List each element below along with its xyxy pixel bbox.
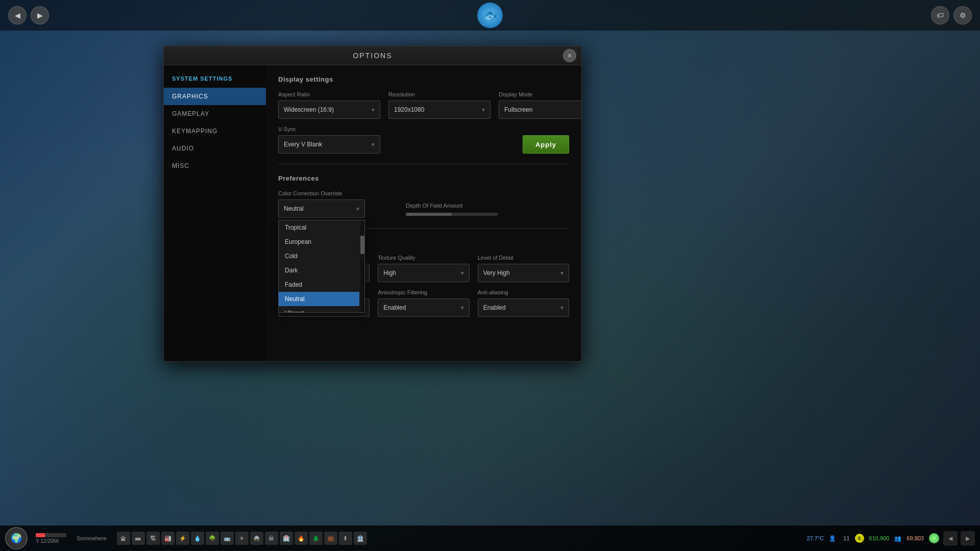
lod-label: Level of Detail xyxy=(478,255,569,261)
top-bar: ◀ ▶ 🐟 🏷 ⚙ xyxy=(0,0,980,31)
option-tropical[interactable]: Tropical xyxy=(279,220,359,235)
color-correction-dropdown[interactable]: Neutral ▼ xyxy=(278,199,365,218)
option-european[interactable]: European xyxy=(279,235,359,249)
aa-value: Enabled xyxy=(483,304,506,311)
progress-fill xyxy=(36,533,45,537)
dialog-title: OPTIONS xyxy=(353,52,392,60)
aa-group: Anti-aliasing Enabled ▼ xyxy=(478,289,569,317)
aspect-ratio-group: Aspect Ratio Widescreen (16:9) ▼ xyxy=(278,91,380,119)
option-dark[interactable]: Dark xyxy=(279,263,359,278)
aspect-ratio-arrow: ▼ xyxy=(371,107,376,113)
aa-dropdown[interactable]: Enabled ▼ xyxy=(478,298,569,317)
road-icon-11[interactable]: 🏛 xyxy=(265,532,278,545)
bottom-bar: 🌍 Y 12/2066 Somewhere 🛣 🏘 🏗 🏭 ⚡ 💧 🌳 🚌 ✈ … xyxy=(0,525,980,551)
options-dialog: OPTIONS × SYSTEM SETTINGS GRAPHICS GAMEP… xyxy=(163,46,582,362)
dof-slider-fill xyxy=(406,213,452,216)
pop-display: 69,803 xyxy=(906,535,924,541)
texture-quality-dropdown[interactable]: High ▼ xyxy=(378,264,469,282)
close-button[interactable]: × xyxy=(563,49,576,62)
tag-icon[interactable]: 🏷 xyxy=(931,6,949,24)
sidebar-item-misc[interactable]: MISC xyxy=(164,157,266,174)
display-mode-dropdown[interactable]: Fullscreen ▼ xyxy=(499,101,581,119)
back-icon[interactable]: ◀ xyxy=(8,6,27,24)
settings-icon[interactable]: ⚙ xyxy=(953,6,972,24)
option-vibrant[interactable]: Vibrant xyxy=(279,306,359,312)
dof-label: Depth Of Field Amount xyxy=(406,203,569,209)
road-icon-2[interactable]: 🏘 xyxy=(132,532,145,545)
road-icon-16[interactable]: ⬆ xyxy=(339,532,352,545)
road-icon-8[interactable]: 🚌 xyxy=(220,532,234,545)
dialog-title-bar: OPTIONS × xyxy=(164,46,581,65)
sidebar: SYSTEM SETTINGS GRAPHICS GAMEPLAY KEYMAP… xyxy=(164,65,266,361)
texture-quality-arrow: ▼ xyxy=(460,270,465,276)
game-logo: 🐟 xyxy=(477,3,503,28)
bottom-nav-right[interactable]: ▶ xyxy=(961,531,975,545)
road-icon-14[interactable]: 🌲 xyxy=(309,532,323,545)
progress-group: Y 12/2066 xyxy=(36,533,66,544)
vsync-group: V-Sync Every V Blank ▼ xyxy=(278,126,380,154)
road-icon-6[interactable]: 💧 xyxy=(191,532,204,545)
road-icon-17[interactable]: 🏦 xyxy=(354,532,367,545)
system-settings-label: SYSTEM SETTINGS xyxy=(164,76,266,88)
road-icon-10[interactable]: 🚔 xyxy=(250,532,263,545)
road-icon-13[interactable]: 🔥 xyxy=(295,532,308,545)
resolution-dropdown[interactable]: 980x551 ▼ xyxy=(388,101,491,119)
citizens-icon: 👤 xyxy=(829,535,836,542)
display-row-1: Aspect Ratio Widescreen (16:9) ▼ Resolut… xyxy=(278,91,569,119)
road-tools: 🛣 🏘 🏗 🏭 ⚡ 💧 🌳 🚌 ✈ 🚔 🏛 🏥 🔥 🌲 💼 ⬆ 🏦 xyxy=(117,532,367,545)
location-text: Somewhere xyxy=(77,535,107,541)
sidebar-item-graphics[interactable]: GRAPHICS xyxy=(164,88,266,105)
scrollbar-track xyxy=(360,220,364,312)
texture-quality-value: High xyxy=(383,269,396,277)
aniso-group: Anisotropic Filtering Enabled ▼ xyxy=(378,289,469,317)
top-bar-left: ◀ ▶ xyxy=(8,6,49,24)
dof-slider[interactable] xyxy=(406,213,498,216)
road-icon-1[interactable]: 🛣 xyxy=(117,532,130,545)
option-cold[interactable]: Cold xyxy=(279,249,359,263)
road-icon-4[interactable]: 🏭 xyxy=(161,532,175,545)
citizens-count: 11 xyxy=(843,535,849,541)
sidebar-item-audio[interactable]: AUDIO xyxy=(164,140,266,157)
color-correction-value: Neutral xyxy=(284,205,304,212)
progress-bar xyxy=(36,533,66,537)
road-icon-7[interactable]: 🌳 xyxy=(206,532,219,545)
lod-group: Level of Detail Very High ▼ xyxy=(478,255,569,282)
money-display: 610,900 xyxy=(869,535,890,541)
apply-container: Apply xyxy=(523,135,569,154)
resolution-group: Resolution 980x551 ▼ xyxy=(388,91,491,119)
color-correction-list: Tropical European Cold Dark Faded Neutra… xyxy=(278,220,365,313)
aa-arrow: ▼ xyxy=(559,305,565,311)
scrollbar-thumb[interactable] xyxy=(360,236,364,254)
aniso-dropdown[interactable]: Enabled ▼ xyxy=(378,298,469,317)
option-faded[interactable]: Faded xyxy=(279,278,359,292)
health-indicator xyxy=(929,533,939,543)
dialog-body: SYSTEM SETTINGS GRAPHICS GAMEPLAY KEYMAP… xyxy=(164,65,581,361)
aspect-ratio-dropdown[interactable]: Widescreen (16:9) ▼ xyxy=(278,101,380,119)
lod-dropdown[interactable]: Very High ▼ xyxy=(478,264,569,282)
texture-quality-label: Texture Quality xyxy=(378,255,469,261)
lod-value: Very High xyxy=(483,269,510,277)
road-icon-9[interactable]: ✈ xyxy=(235,532,249,545)
road-icon-15[interactable]: 💼 xyxy=(324,532,337,545)
top-bar-right: 🏷 ⚙ xyxy=(931,6,972,24)
road-icon-3[interactable]: 🏗 xyxy=(146,532,160,545)
right-stats: 27.7°C 👤 11 $ 610,900 👥 69,803 xyxy=(807,533,939,543)
apply-button[interactable]: Apply xyxy=(523,135,569,154)
aniso-label: Anisotropic Filtering xyxy=(378,289,469,295)
minimap-icon: 🌍 xyxy=(11,533,22,544)
aspect-ratio-value: Widescreen (16:9) xyxy=(284,106,334,113)
display-settings-title: Display settings xyxy=(278,76,569,83)
forward-icon[interactable]: ▶ xyxy=(31,6,49,24)
top-bar-center: 🐟 xyxy=(477,3,503,28)
color-correction-group: Color Correction Override Neutral ▼ Trop… xyxy=(278,190,365,218)
vsync-dropdown[interactable]: Every V Blank ▼ xyxy=(278,135,380,154)
divider-1 xyxy=(278,164,569,164)
sidebar-item-gameplay[interactable]: GAMEPLAY xyxy=(164,105,266,122)
bottom-nav-left[interactable]: ◀ xyxy=(943,531,958,545)
option-neutral[interactable]: Neutral xyxy=(279,292,359,306)
sidebar-item-keymapping[interactable]: KEYMAPPING xyxy=(164,122,266,140)
minimap-button[interactable]: 🌍 xyxy=(5,527,28,549)
resolution-label: Resolution xyxy=(388,91,491,97)
road-icon-12[interactable]: 🏥 xyxy=(280,532,293,545)
road-icon-5[interactable]: ⚡ xyxy=(176,532,189,545)
